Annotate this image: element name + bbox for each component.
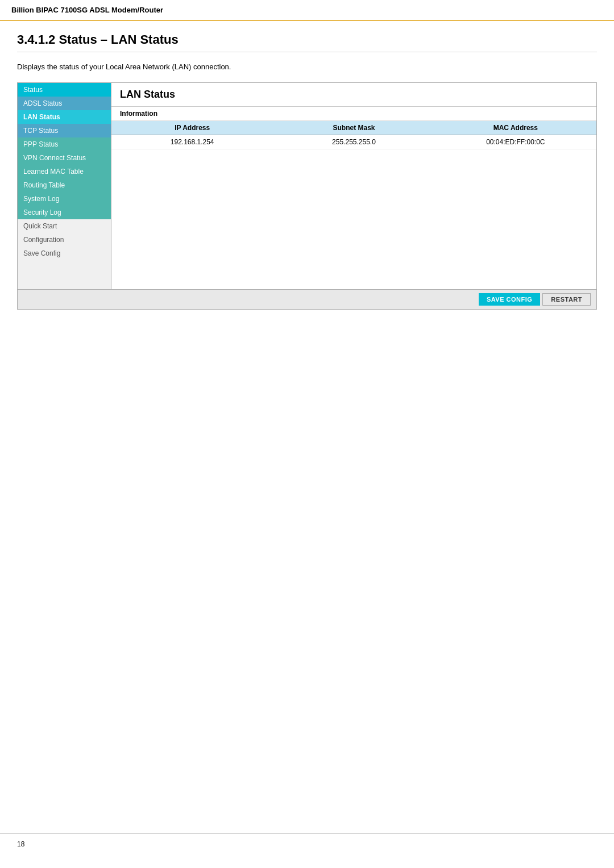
footer-line: [0, 833, 614, 834]
cell-mac: 00:04:ED:FF:00:0C: [435, 135, 596, 149]
sidebar-item-5[interactable]: VPN Connect Status: [18, 151, 111, 165]
info-label: Information: [111, 107, 596, 121]
col-header-subnet: Subnet Mask: [273, 121, 434, 135]
table-header-row: IP Address Subnet Mask MAC Address: [111, 121, 596, 135]
page-content: 3.4.1.2 Status – LAN Status Displays the…: [0, 21, 614, 321]
content-header: LAN Status: [111, 83, 596, 107]
sidebar-item-3[interactable]: TCP Status: [18, 124, 111, 137]
content-area: LAN Status Information IP Address Subnet…: [111, 83, 596, 309]
main-area: StatusADSL StatusLAN StatusTCP StatusPPP…: [17, 82, 597, 310]
sidebar-item-12[interactable]: Save Config: [18, 247, 111, 260]
sidebar-item-2[interactable]: LAN Status: [18, 110, 111, 124]
sidebar-item-4[interactable]: PPP Status: [18, 137, 111, 151]
cell-ip: 192.168.1.254: [111, 135, 273, 149]
col-header-ip: IP Address: [111, 121, 273, 135]
sidebar-item-7[interactable]: Routing Table: [18, 178, 111, 192]
sidebar-item-1[interactable]: ADSL Status: [18, 97, 111, 110]
sidebar-item-11[interactable]: Configuration: [18, 233, 111, 247]
cell-subnet: 255.255.255.0: [273, 135, 434, 149]
bottom-bar: SAVE CONFIG RESTART: [18, 289, 596, 309]
page-number: 18: [17, 840, 24, 848]
col-header-mac: MAC Address: [435, 121, 596, 135]
save-config-button[interactable]: SAVE CONFIG: [479, 293, 540, 306]
top-bar-title: Billion BIPAC 7100SG ADSL Modem/Router: [11, 6, 163, 14]
top-bar: Billion BIPAC 7100SG ADSL Modem/Router: [0, 0, 614, 21]
sidebar-item-8[interactable]: System Log: [18, 192, 111, 206]
restart-button[interactable]: RESTART: [542, 293, 591, 306]
sidebar-item-9[interactable]: Security Log: [18, 206, 111, 219]
sidebar: StatusADSL StatusLAN StatusTCP StatusPPP…: [18, 83, 111, 309]
sidebar-item-10[interactable]: Quick Start: [18, 219, 111, 233]
section-title: 3.4.1.2 Status – LAN Status: [17, 32, 597, 52]
sidebar-item-6[interactable]: Learned MAC Table: [18, 165, 111, 178]
sidebar-item-0[interactable]: Status: [18, 83, 111, 97]
content-header-title: LAN Status: [120, 89, 588, 101]
table-row: 192.168.1.254 255.255.255.0 00:04:ED:FF:…: [111, 135, 596, 149]
description: Displays the status of your Local Area N…: [17, 62, 597, 71]
